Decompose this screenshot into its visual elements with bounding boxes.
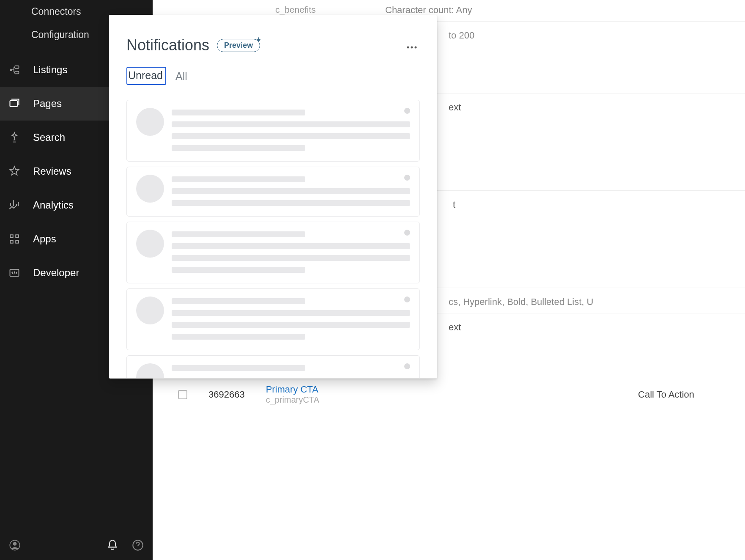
notification-skeleton [126, 288, 420, 350]
sidebar-item-label: Analytics [33, 199, 74, 211]
apps-icon [8, 233, 20, 245]
sidebar-item-label: Reviews [33, 165, 71, 177]
sidebar-item-label: Developer [33, 267, 79, 279]
listings-icon [8, 64, 20, 76]
svg-point-14 [415, 46, 417, 48]
notifications-header: Notifications Preview ✦ [110, 15, 437, 67]
notification-skeleton [126, 100, 420, 162]
sidebar-footer [0, 530, 153, 560]
bg-field-benefits: c_benefits Character count: Any [170, 0, 745, 13]
notification-skeleton [126, 167, 420, 217]
svg-rect-0 [15, 66, 19, 69]
developer-icon [8, 267, 20, 279]
analytics-icon [8, 199, 20, 211]
row-id: 3692663 [208, 389, 245, 400]
svg-point-2 [10, 69, 12, 71]
svg-rect-5 [16, 235, 19, 238]
svg-rect-7 [16, 240, 19, 243]
skeleton-status-dot [404, 108, 410, 114]
pages-icon [8, 98, 20, 110]
notifications-title: Notifications [126, 36, 209, 54]
skeleton-status-dot [404, 230, 410, 236]
tab-all[interactable]: All [175, 67, 187, 87]
notifications-panel: Notifications Preview ✦ Unread All [109, 15, 437, 379]
sidebar-item-label: Apps [33, 233, 56, 245]
sidebar-item-label: Search [33, 132, 65, 143]
bell-icon[interactable] [106, 539, 119, 552]
preview-badge: Preview ✦ [217, 39, 260, 52]
row-field-link[interactable]: Primary CTA [266, 384, 319, 395]
skeleton-avatar [136, 230, 164, 258]
table-row: 3692663 Primary CTA c_primaryCTA Call To… [178, 381, 745, 405]
skeleton-status-dot [404, 175, 410, 181]
more-options-button[interactable] [406, 39, 420, 52]
skeleton-avatar [136, 175, 164, 203]
notifications-list [110, 87, 437, 379]
notification-skeleton [126, 355, 420, 379]
notifications-tabs: Unread All [110, 67, 437, 87]
user-avatar-icon[interactable] [8, 539, 21, 552]
sidebar-item-label: Listings [33, 64, 67, 76]
notification-skeleton [126, 222, 420, 283]
svg-rect-6 [10, 240, 13, 243]
svg-rect-1 [15, 71, 19, 74]
help-icon[interactable] [131, 539, 144, 552]
skeleton-status-dot [404, 363, 410, 369]
reviews-icon [8, 165, 20, 177]
svg-point-12 [407, 46, 409, 48]
skeleton-avatar [136, 363, 164, 379]
svg-point-10 [14, 542, 16, 545]
skeleton-avatar [136, 108, 164, 136]
svg-rect-3 [10, 101, 18, 107]
row-field-type: Call To Action [638, 389, 694, 400]
skeleton-avatar [136, 296, 164, 324]
tab-unread[interactable]: Unread [126, 67, 166, 85]
sidebar-item-label: Pages [33, 98, 62, 110]
row-field-api-name: c_primaryCTA [266, 395, 319, 405]
search-icon [8, 132, 20, 143]
sparkle-icon: ✦ [256, 36, 261, 44]
svg-point-13 [411, 46, 413, 48]
row-checkbox[interactable] [178, 390, 187, 399]
svg-rect-4 [10, 235, 13, 238]
skeleton-status-dot [404, 296, 410, 302]
